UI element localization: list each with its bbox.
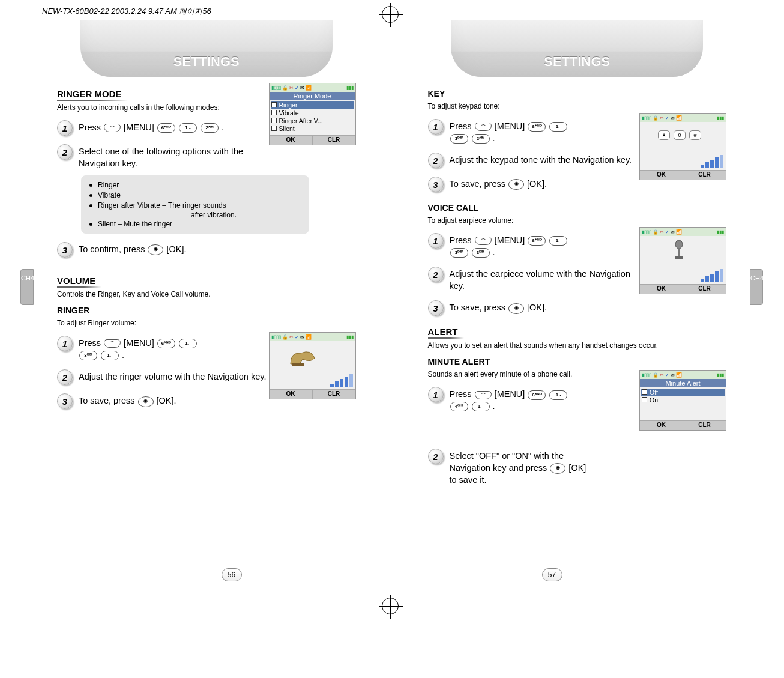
- key-1-icon: 1.-: [179, 123, 197, 133]
- key-step-1: 1 Press ⌒ [MENU] 6ᴹᴺᴼ 1.- 3ᴰᴱᶠ 2ᴬᴮᶜ .: [428, 119, 640, 144]
- settings-banner-left-label: SETTINGS: [80, 54, 333, 70]
- ok-key-icon: ◉: [138, 396, 154, 407]
- volume-bars-icon: [701, 155, 723, 168]
- keypad-illustration: ★0#: [658, 130, 701, 140]
- key-3-icon: 3ᴰᴱᶠ: [472, 248, 490, 258]
- key-step-3: 3 To save, press ◉ [OK].: [428, 177, 640, 192]
- volume-bars-icon: [701, 269, 723, 282]
- phone-softkey-ok: OK: [640, 420, 683, 430]
- phone-softkey-clr: CLR: [313, 389, 355, 399]
- key-3-icon: 3ᴰᴱᶠ: [450, 134, 468, 144]
- ok-key-icon: ◉: [508, 303, 524, 314]
- key-1-icon: 1.-: [179, 339, 197, 348]
- step-number-icon: 1: [57, 336, 73, 351]
- settings-banner-left: SETTINGS: [80, 20, 333, 77]
- phone-screen-minute-alert: ▮▯▯▯🔒✂✔✉📶▮▮▮ Minute Alert Off On OK CLR: [639, 370, 726, 431]
- step-number-icon: 2: [428, 153, 444, 168]
- gramophone-icon: [288, 346, 318, 367]
- step-number-icon: 3: [428, 177, 444, 192]
- phone-screen-key: ▮▯▯▯🔒✂✔✉📶▮▮▮ ★0# OK CLR: [639, 113, 726, 180]
- voice-step-1-text: Press ⌒ [MENU] 6ᴹᴺᴼ 1.- 3ᴰᴱᶠ 3ᴰᴱᶠ .: [450, 233, 568, 258]
- option-ringer: Ringer: [98, 180, 302, 190]
- key-heading: KEY: [428, 89, 727, 98]
- option-ringer-after-vibrate-cont: after vibration.: [98, 211, 302, 219]
- crop-mark-bottom: [382, 598, 399, 614]
- ok-key-icon: ◉: [148, 244, 163, 255]
- step-number-icon: 1: [57, 120, 73, 136]
- key-2-icon: 2ᴬᴮᶜ: [201, 123, 219, 133]
- softkey-icon: ⌒: [475, 391, 492, 399]
- ringer-mode-step-1-text: Press ⌒ [MENU] 6ᴹᴺᴼ 1.- 2ᴬᴮᶜ .: [79, 120, 224, 134]
- svg-rect-3: [675, 256, 683, 259]
- step-number-icon: 1: [428, 233, 444, 249]
- key-4-icon: 4ᴳᴴᴵ: [450, 402, 468, 411]
- key-2-icon: 2ᴬᴮᶜ: [472, 134, 490, 144]
- key-1-icon: 1.-: [101, 351, 119, 360]
- key-step-1-text: Press ⌒ [MENU] 6ᴹᴺᴼ 1.- 3ᴰᴱᶠ 2ᴬᴮᶜ .: [450, 119, 568, 144]
- voice-call-sub: To adjust earpiece volume:: [428, 216, 727, 225]
- phone-screen-title: Ringer Mode: [270, 92, 355, 100]
- page-56: CH4 SETTINGS ▮▯▯▯🔒✂✔✉📶▮▮▮ Ringer Mode Ri…: [39, 20, 392, 590]
- softkey-icon: ⌒: [104, 124, 121, 132]
- key-step-2: 2 Adjust the keypad tone with the Naviga…: [428, 153, 640, 168]
- step-number-icon: 2: [57, 144, 73, 160]
- settings-banner-right: SETTINGS: [451, 20, 703, 77]
- key-1-icon: 1.-: [549, 390, 567, 400]
- phone-screen-ringer-mode: ▮▯▯▯🔒✂✔✉📶▮▮▮ Ringer Mode Ringer Vibrate …: [269, 83, 356, 145]
- ringer-step-1: 1 Press ⌒ [MENU] 6ᴹᴺᴼ 1.- 3ᴰᴱᶠ 1.- .: [57, 336, 269, 361]
- page-spread: CH4 SETTINGS ▮▯▯▯🔒✂✔✉📶▮▮▮ Ringer Mode Ri…: [39, 20, 744, 590]
- phone-softkey-ok: OK: [270, 135, 313, 145]
- phone-option-off: Off: [641, 389, 725, 396]
- ok-key-icon: ◉: [550, 463, 565, 474]
- ringer-mode-step-3-text: To confirm, press ◉ [OK].: [79, 242, 187, 256]
- key-3-icon: 3ᴰᴱᶠ: [79, 351, 97, 360]
- minute-step-1-text: Press ⌒ [MENU] 6ᴹᴺᴼ 1.- 4ᴳᴴᴵ 1.- .: [450, 387, 568, 412]
- ringer-mode-step-1: 1 Press ⌒ [MENU] 6ᴹᴺᴼ 1.- 2ᴬᴮᶜ .: [57, 120, 269, 136]
- ringer-step-2: 2 Adjust the ringer volume with the Navi…: [57, 369, 269, 385]
- minute-step-2: 2 Select "OFF" or "ON" with the Navigati…: [428, 449, 727, 486]
- step-number-icon: 1: [428, 387, 444, 402]
- key-6-icon: 6ᴹᴺᴼ: [528, 390, 546, 400]
- key-1-icon: 1.-: [549, 122, 567, 132]
- alert-sub: Allows you to set an alert that sounds w…: [428, 341, 686, 350]
- phone-softkey-clr: CLR: [683, 284, 726, 294]
- key-3-icon: 3ᴰᴱᶠ: [450, 248, 468, 258]
- phone-status-bar: ▮▯▯▯🔒✂✔✉📶▮▮▮: [270, 83, 355, 92]
- voice-step-3-text: To save, press ◉ [OK].: [450, 300, 547, 314]
- voice-step-2: 2 Adjust the earpiece volume with the Na…: [428, 267, 640, 292]
- phone-status-bar: ▮▯▯▯🔒✂✔✉📶▮▮▮: [640, 371, 726, 379]
- minute-alert-heading: MINUTE ALERT: [428, 357, 727, 366]
- microphone-icon: [670, 240, 688, 262]
- minute-step-1: 1 Press ⌒ [MENU] 6ᴹᴺᴼ 1.- 4ᴳᴴᴵ 1.- .: [428, 387, 640, 412]
- key-1-icon: 1.-: [472, 402, 490, 411]
- ringer-step-3-text: To save, press ◉ [OK].: [79, 393, 176, 407]
- settings-banner-right-label: SETTINGS: [451, 54, 703, 70]
- voice-step-2-text: Adjust the earpiece volume with the Navi…: [450, 267, 640, 292]
- phone-option-vibrate: Vibrate: [271, 109, 354, 117]
- phone-softkey-clr: CLR: [683, 420, 726, 430]
- softkey-icon: ⌒: [475, 237, 492, 245]
- ringer-mode-heading: RINGER MODE: [57, 89, 122, 99]
- phone-option-silent: Silent: [271, 125, 354, 133]
- phone-softkey-ok: OK: [640, 284, 683, 294]
- key-6-icon: 6ᴹᴺᴼ: [528, 122, 546, 132]
- phone-screen-ringer-volume: ▮▯▯▯🔒✂✔✉📶▮▮▮ OK CLR: [269, 332, 356, 399]
- page-57: CH4 SETTINGS KEY To adjust keypad tone: …: [392, 20, 745, 590]
- minute-step-2-text: Select "OFF" or "ON" with the Navigation…: [450, 449, 586, 486]
- ringer-mode-step-2: 2 Select one of the following options wi…: [57, 144, 269, 169]
- volume-bars-icon: [330, 374, 353, 387]
- ok-key-icon: ◉: [508, 179, 524, 190]
- chapter-tab-right: CH4: [750, 269, 763, 305]
- phone-option-ringer-after: Ringer After V...: [271, 117, 354, 125]
- option-silent: Silent – Mute the ringer: [98, 219, 302, 229]
- key-6-icon: 6ᴹᴺᴼ: [157, 123, 175, 133]
- svg-point-1: [675, 240, 683, 249]
- step-number-icon: 3: [57, 393, 73, 409]
- ringer-heading: RINGER: [57, 306, 356, 315]
- ringer-mode-options-box: Ringer Vibrate Ringer after Vibrate – Th…: [81, 175, 309, 234]
- svg-rect-0: [292, 363, 304, 366]
- key-sub: To adjust keypad tone:: [428, 102, 727, 110]
- option-ringer-after-vibrate: Ringer after Vibrate – The ringer sounds: [98, 201, 302, 211]
- step-number-icon: 1: [428, 119, 444, 135]
- chapter-tab-right-label: CH4: [750, 274, 764, 282]
